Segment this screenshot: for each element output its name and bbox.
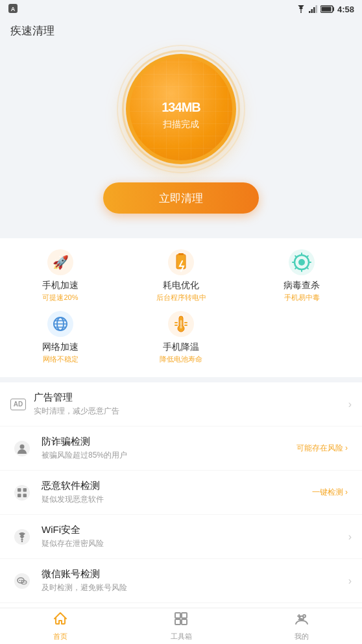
svg-point-50 [19, 580, 21, 581]
scan-label: 扫描完成 [163, 119, 199, 130]
svg-rect-34 [180, 320, 182, 328]
scan-area: 134MB 扫描完成 立即清理 [0, 41, 362, 233]
feature-desc: 手机易中毒 [284, 293, 320, 303]
list-item-content: 微信账号检测 及时检测，避免账号风险 [42, 568, 348, 593]
list-item-wechat[interactable]: 微信账号检测 及时检测，避免账号风险 › [0, 559, 362, 603]
svg-rect-3 [309, 11, 311, 13]
ad-badge: AD [10, 399, 26, 410]
feature-virus-scan[interactable]: 病毒查杀 手机易中毒 [266, 249, 337, 303]
list-item-content: 恶意软件检测 疑似发现恶意软件 [42, 480, 312, 505]
list-item-content: 广告管理 实时清理，减少恶意广告 [34, 391, 348, 417]
phone-boost-icon: 🚀 [47, 249, 74, 276]
svg-rect-45 [23, 493, 27, 497]
svg-rect-70 [182, 613, 187, 618]
svg-rect-72 [182, 619, 187, 625]
svg-rect-6 [315, 5, 317, 13]
svg-point-47 [21, 540, 23, 541]
virus-scan-icon [288, 249, 315, 276]
status-bar: A 4:58 [0, 0, 362, 18]
svg-text:🚀: 🚀 [53, 254, 69, 270]
list-item-title: 微信账号检测 [42, 568, 348, 580]
fraud-action: 可能存在风险 › [296, 443, 348, 454]
svg-point-2 [300, 12, 302, 13]
list-item-subtitle: 实时清理，减少恶意广告 [34, 406, 348, 417]
feature-network-boost[interactable]: 网络加速 网络不稳定 [25, 310, 96, 364]
list-item-subtitle: 被骗风险超过85%的用户 [42, 450, 296, 461]
list-section: AD 广告管理 实时清理，减少恶意广告 › 防诈骗检测 被骗风险超过85%的用户… [0, 382, 362, 644]
list-item-ad[interactable]: AD 广告管理 实时清理，减少恶意广告 › [0, 382, 362, 427]
svg-rect-69 [175, 613, 180, 618]
svg-rect-44 [18, 493, 21, 497]
feature-phone-boost[interactable]: 🚀 手机加速 可提速20% [25, 249, 96, 303]
mine-icon [294, 611, 309, 630]
list-item-subtitle: 疑似发现恶意软件 [42, 494, 312, 505]
signal-status-icon [309, 5, 318, 13]
status-time: 4:58 [337, 5, 354, 14]
svg-rect-71 [175, 619, 180, 625]
phone-cooling-icon [167, 310, 195, 338]
feature-name: 手机加速 [42, 280, 78, 291]
home-icon [53, 611, 68, 630]
feature-desc: 后台程序转电中 [156, 293, 206, 303]
feature-desc: 可提速20% [42, 293, 78, 303]
clean-button[interactable]: 立即清理 [103, 182, 259, 214]
wechat-icon [10, 569, 34, 593]
feature-name: 耗电优化 [163, 280, 199, 291]
feature-row-1: 🚀 手机加速 可提速20% 耗电优化 后台程序转电中 [0, 249, 362, 303]
svg-rect-43 [23, 488, 27, 492]
scan-value: 134MB [162, 88, 200, 116]
bottom-nav: 首页 工具箱 我的 [0, 608, 362, 644]
nav-item-tools[interactable]: 工具箱 [121, 608, 241, 644]
wifi-status-icon [296, 5, 306, 13]
network-boost-icon [47, 310, 74, 338]
list-item-content: 防诈骗检测 被骗风险超过85%的用户 [42, 436, 296, 461]
page-title: 疾速清理 [10, 23, 352, 38]
scan-circle-inner: 134MB 扫描完成 [130, 58, 232, 160]
feature-desc: 降低电池寿命 [160, 354, 202, 364]
feature-name: 病毒查杀 [284, 280, 320, 291]
fraud-icon [10, 437, 34, 460]
list-item-title: WiFi安全 [42, 524, 348, 536]
feature-name: 网络加速 [42, 341, 78, 353]
chevron-icon: › [348, 531, 352, 543]
svg-point-16 [298, 259, 305, 266]
list-item-title: 广告管理 [34, 391, 348, 404]
list-item-wifi[interactable]: WiFi安全 疑似存在泄密风险 › [0, 515, 362, 559]
malware-icon [10, 481, 34, 504]
list-item-title: 恶意软件检测 [42, 480, 312, 492]
svg-rect-42 [18, 488, 21, 492]
nav-item-mine[interactable]: 我的 [241, 608, 362, 644]
svg-point-40 [20, 444, 25, 449]
wifi-security-icon [10, 525, 34, 549]
svg-rect-13 [178, 253, 184, 255]
header: 疾速清理 [0, 18, 362, 41]
svg-rect-4 [311, 9, 313, 13]
feature-name: 手机降温 [163, 341, 199, 353]
chevron-icon: › [348, 575, 352, 587]
chevron-icon: › [348, 399, 352, 410]
status-icons: 4:58 [296, 5, 354, 14]
nav-item-home[interactable]: 首页 [0, 608, 121, 644]
list-item-content: WiFi安全 疑似存在泄密风险 [42, 524, 348, 549]
feature-row-2: 网络加速 网络不稳定 手机降温 [0, 310, 362, 364]
status-app-icon: A [8, 3, 18, 16]
feature-battery-optimize[interactable]: 耗电优化 后台程序转电中 [145, 249, 217, 303]
svg-text:A: A [11, 6, 16, 12]
list-item-fraud[interactable]: 防诈骗检测 被骗风险超过85%的用户 可能存在风险 › [0, 427, 362, 471]
feature-grid: 🚀 手机加速 可提速20% 耗电优化 后台程序转电中 [0, 238, 362, 377]
feature-desc: 网络不稳定 [43, 354, 78, 364]
feature-phone-cooling[interactable]: 手机降温 降低电池寿命 [145, 310, 217, 364]
svg-rect-5 [313, 7, 315, 13]
svg-rect-8 [321, 7, 331, 12]
nav-label-home: 首页 [53, 632, 67, 641]
scan-circle-outer: 134MB 扫描完成 [126, 54, 236, 164]
nav-label-mine: 我的 [295, 632, 309, 641]
battery-status-icon [320, 5, 335, 13]
list-item-subtitle: 疑似存在泄密风险 [42, 538, 348, 549]
svg-point-54 [25, 582, 26, 583]
tools-icon [173, 611, 189, 630]
svg-point-41 [14, 485, 30, 501]
list-item-subtitle: 及时检测，避免账号风险 [42, 582, 348, 593]
list-item-malware[interactable]: 恶意软件检测 疑似发现恶意软件 一键检测 › [0, 471, 362, 515]
malware-action: 一键检测 › [312, 487, 348, 498]
